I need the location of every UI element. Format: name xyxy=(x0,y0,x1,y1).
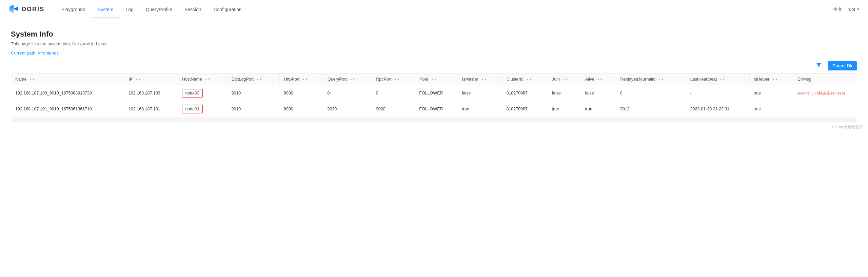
col-ismaster: IsMaster ▲▼ xyxy=(458,73,502,85)
col-hostname: HostName ▲▼ xyxy=(178,73,227,85)
cell-name-1: 192.168.187.101_9010_1675061361710 xyxy=(11,101,124,117)
sort-icon-queryport[interactable]: ▲▼ xyxy=(349,78,355,81)
logo-area: DORIS xyxy=(8,4,44,15)
sort-icon-join[interactable]: ▲▼ xyxy=(562,78,568,81)
system-info-table: Name ▲▼ IP ▲▼ HostName ▲▼ EditLogPort ▲▼ xyxy=(11,73,857,117)
sort-icon-role[interactable]: ▲▼ xyxy=(431,78,437,81)
data-table-container: Name ▲▼ IP ▲▼ HostName ▲▼ EditLogPort ▲▼ xyxy=(11,73,857,122)
cell-replayedjournalid-0: 0 xyxy=(616,85,686,101)
cell-alive-1: true xyxy=(581,101,616,117)
table-body: 192.168.187.103_9010_1675083918738 192.1… xyxy=(11,85,857,117)
col-errmsg: ErrMsg xyxy=(793,73,857,85)
cell-ip-1: 192.168.187.101 xyxy=(124,101,178,117)
user-dropdown-arrow: ▼ xyxy=(856,7,860,11)
table-row: 192.168.187.103_9010_1675083918738 192.1… xyxy=(11,85,857,101)
cell-rpcport-0: 0 xyxy=(372,85,415,101)
svg-marker-2 xyxy=(14,7,18,11)
cell-ismaster-0: false xyxy=(458,85,502,101)
sort-icon-ismaster[interactable]: ▲▼ xyxy=(481,78,487,81)
filter-icon xyxy=(816,62,822,68)
col-lastheartbeat: LastHeartbeat ▲▼ xyxy=(686,73,749,85)
parent-dir-button[interactable]: Parent Dir xyxy=(828,61,857,70)
sort-icon-clusterid[interactable]: ▲▼ xyxy=(526,78,532,81)
cell-role-1: FOLLOWER xyxy=(415,101,458,117)
main-content: System Info This page lists the system i… xyxy=(0,19,868,122)
cell-editlogport-0: 9010 xyxy=(227,85,280,101)
lang-switch[interactable]: 中文 xyxy=(833,6,842,13)
horizontal-scrollbar[interactable] xyxy=(11,117,857,122)
cell-lastheartbeat-0: - xyxy=(686,85,749,101)
table-header: Name ▲▼ IP ▲▼ HostName ▲▼ EditLogPort ▲▼ xyxy=(11,73,857,85)
page-description: This page lists the system info, like /p… xyxy=(11,41,857,46)
toolbar: Parent Dir xyxy=(11,61,857,70)
page-title: System Info xyxy=(11,30,857,39)
cell-replayedjournalid-1: 3013 xyxy=(616,101,686,117)
col-editlogport: EditLogPort ▲▼ xyxy=(227,73,280,85)
cell-hostname-0: node03 xyxy=(178,85,227,101)
cell-lastheartbeat-1: 2023-01-30 21:23:31 xyxy=(686,101,749,117)
nav-item-queryprofile[interactable]: QueryProfile xyxy=(140,1,178,18)
sort-icon-rpcport[interactable]: ▲▼ xyxy=(394,78,400,81)
col-rpcport: RpcPort ▲▼ xyxy=(372,73,415,85)
header: DORIS Playground System Log QueryProfile… xyxy=(0,0,868,19)
cell-httpport-0: 8030 xyxy=(280,85,323,101)
main-nav: Playground System Log QueryProfile Sessi… xyxy=(55,1,833,18)
cell-errmsg-0: java.net.C 拒绝连接 refused) xyxy=(793,85,857,101)
col-role: Role ▲▼ xyxy=(415,73,458,85)
user-menu[interactable]: root ▼ xyxy=(848,7,860,12)
nav-item-system[interactable]: System xyxy=(92,1,120,18)
cell-join-1: true xyxy=(548,101,581,117)
nav-item-playground[interactable]: Playground xyxy=(55,1,92,18)
nav-item-log[interactable]: Log xyxy=(120,1,140,18)
cell-ismaster-1: true xyxy=(458,101,502,117)
sort-icon-ip[interactable]: ▲▼ xyxy=(135,78,141,81)
sort-icon-hostname[interactable]: ▲▼ xyxy=(204,78,211,81)
sort-icon-replayedjournalid[interactable]: ▲▼ xyxy=(658,78,664,81)
filter-button[interactable] xyxy=(813,61,824,70)
hostname-highlighted-0: node03 xyxy=(182,89,203,98)
col-join: Join ▲▼ xyxy=(548,73,581,85)
cell-join-0: false xyxy=(548,85,581,101)
col-replayedjournalid: ReplayedJournalId ▲▼ xyxy=(616,73,686,85)
sort-icon-name[interactable]: ▲▼ xyxy=(29,78,35,81)
cell-editlogport-1: 9010 xyxy=(227,101,280,117)
sort-icon-editlogport[interactable]: ▲▼ xyxy=(256,78,262,81)
cell-ishelper-1: true xyxy=(749,101,793,117)
sort-icon-alive[interactable]: ▲▼ xyxy=(597,78,603,81)
cell-name-0: 192.168.187.103_9010_1675083918738 xyxy=(11,85,124,101)
cell-clusterid-1: 818270987 xyxy=(502,101,548,117)
col-ishelper: IsHelper ▲▼ xyxy=(749,73,793,85)
col-httpport: HttpPort ▲▼ xyxy=(280,73,323,85)
cell-ip-0: 192.168.187.103 xyxy=(124,85,178,101)
sort-icon-ishelper[interactable]: ▲▼ xyxy=(772,78,778,81)
nav-item-session[interactable]: Session xyxy=(178,1,208,18)
table-row: 192.168.187.101_9010_1675061361710 192.1… xyxy=(11,101,857,117)
cell-queryport-1: 9030 xyxy=(323,101,372,117)
hostname-highlighted-1: node01 xyxy=(182,105,203,113)
col-queryport: QueryPort ▲▼ xyxy=(323,73,372,85)
cell-hostname-1: node01 xyxy=(178,101,227,117)
footer: CSDN @勤径苦斤 xyxy=(0,122,868,132)
current-path[interactable]: Current path: //frontends xyxy=(11,50,857,56)
col-alive: Alive ▲▼ xyxy=(581,73,616,85)
cell-clusterid-0: 818270987 xyxy=(502,85,548,101)
doris-logo-icon xyxy=(8,4,19,15)
cell-rpcport-1: 9020 xyxy=(372,101,415,117)
header-right: 中文 root ▼ xyxy=(833,6,860,13)
cell-alive-0: false xyxy=(581,85,616,101)
col-name: Name ▲▼ xyxy=(11,73,124,85)
sort-icon-lastheartbeat[interactable]: ▲▼ xyxy=(719,78,726,81)
cell-errmsg-1 xyxy=(793,101,857,117)
col-ip: IP ▲▼ xyxy=(124,73,178,85)
cell-ishelper-0: true xyxy=(749,85,793,101)
sort-icon-httpport[interactable]: ▲▼ xyxy=(302,78,308,81)
footer-text: CSDN @勤径苦斤 xyxy=(832,125,863,129)
cell-queryport-0: 0 xyxy=(323,85,372,101)
cell-role-0: FOLLOWER xyxy=(415,85,458,101)
nav-item-configuration[interactable]: Configuration xyxy=(208,1,248,18)
cell-httpport-1: 8030 xyxy=(280,101,323,117)
col-clusterid: ClusterId ▲▼ xyxy=(502,73,548,85)
logo-text: DORIS xyxy=(22,6,44,13)
